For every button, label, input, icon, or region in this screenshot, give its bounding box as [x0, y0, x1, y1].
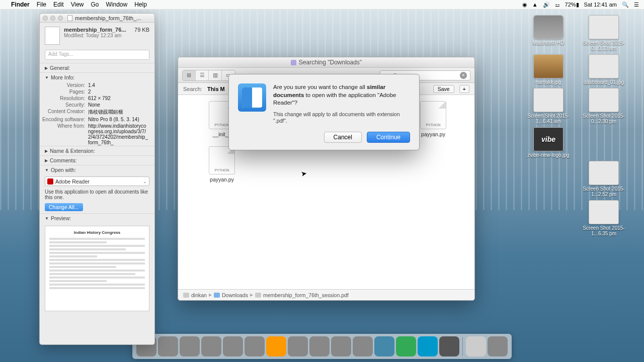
info-modified: Modified: Today 12:23 am — [64, 33, 149, 38]
cancel-button[interactable]: Cancel — [324, 132, 362, 143]
adobe-reader-icon — [47, 178, 53, 185]
desktop-icons: Macintosh HD Screen Shot 2015-0...0.13 a… — [523, 15, 634, 236]
info-titlebar[interactable]: membership_form_76th_... — [40, 14, 154, 23]
dock-launchpad-icon[interactable] — [158, 336, 178, 356]
scope-selected[interactable]: This M — [207, 86, 225, 92]
preview-thumbnail: Indian History Congress — [45, 226, 149, 311]
finder-app-icon — [238, 83, 266, 112]
menu-view[interactable]: View — [71, 1, 84, 8]
dock-app-icon[interactable] — [266, 336, 286, 356]
menu-help[interactable]: Help — [134, 1, 147, 8]
dock-downloads-icon[interactable] — [466, 336, 486, 356]
volume-icon[interactable]: 🔊 — [543, 2, 550, 8]
document-icon — [67, 15, 72, 21]
info-size: 79 KB — [134, 27, 149, 33]
section-general[interactable]: ▶General: — [40, 63, 154, 72]
dialog-message: Are you sure you want to change all simi… — [273, 83, 410, 107]
change-all-button[interactable]: Change All... — [45, 203, 83, 211]
file-item[interactable]: PYTHONpayyan.py — [416, 101, 451, 137]
dock-app-icon[interactable] — [374, 336, 394, 356]
info-pages: 2 — [88, 89, 148, 95]
dock-itunes-icon[interactable] — [288, 336, 308, 356]
wifi-icon[interactable]: ⚍ — [555, 2, 560, 8]
dock-settings-icon[interactable] — [309, 336, 330, 356]
minimize-icon[interactable] — [50, 16, 55, 21]
close-icon[interactable] — [43, 16, 48, 21]
dock-vlc-icon[interactable] — [353, 336, 373, 356]
desktop-icon[interactable]: vibezvibe-new-logo.jpg — [523, 127, 574, 158]
openwith-help: Use this application to open all documen… — [40, 188, 154, 201]
finder-titlebar[interactable]: Searching "Downloads" — [178, 57, 474, 68]
folder-icon — [291, 60, 296, 65]
menu-go[interactable]: Go — [91, 1, 99, 8]
dialog-info: This change will apply to all documents … — [273, 111, 410, 125]
view-mode-segment[interactable]: ⊞ ☰ ▥ ▭ — [182, 70, 235, 81]
mouse-cursor-icon: ➤ — [300, 169, 308, 178]
sync-icon[interactable]: ◉ — [522, 2, 527, 8]
dock-separator — [462, 337, 463, 356]
path-bar: dinkan ▶ Downloads ▶ membership_form_76t… — [178, 289, 474, 300]
home-icon[interactable] — [183, 293, 189, 298]
app-name[interactable]: Finder — [11, 1, 30, 8]
python-file-icon: PYTHON — [209, 146, 235, 174]
get-info-panel: membership_form_76th_... membership_form… — [39, 13, 155, 345]
desktop-icon[interactable]: Screen Shot 2015-1...6.41 am — [523, 88, 574, 124]
menu-file[interactable]: File — [37, 1, 46, 8]
desktop-icon[interactable]: Screen Shot 2015-0...2.30 pm — [579, 88, 629, 124]
desktop-icon[interactable]: Screen Shot 2015-1...2.52 pm — [579, 161, 629, 197]
section-openwith[interactable]: ▼Open with: — [40, 165, 154, 174]
section-nameext[interactable]: ▶Name & Extension: — [40, 146, 154, 155]
file-icon[interactable] — [255, 293, 261, 298]
dock-safari-icon[interactable] — [201, 336, 221, 356]
info-wherefrom: http://www.indianhistorycongress.org.in/… — [88, 123, 148, 145]
section-preview[interactable]: ▼Preview: — [40, 213, 154, 223]
section-comments[interactable]: ▶Comments: — [40, 155, 154, 165]
python-file-icon: PYTHON — [420, 101, 446, 129]
confirm-dialog: Are you sure you want to change all simi… — [228, 74, 420, 150]
info-title: membership_form_76th_... — [75, 15, 141, 21]
info-security: None — [88, 102, 148, 108]
add-criteria-button[interactable]: + — [459, 85, 469, 93]
desktop-icon[interactable]: Macintosh HD — [523, 15, 574, 51]
menu-edit[interactable]: Edit — [53, 1, 64, 8]
dock — [132, 334, 512, 359]
spotlight-icon[interactable]: 🔍 — [622, 2, 629, 8]
file-item[interactable]: PYTHONpayyan.py — [204, 146, 239, 183]
dock-chrome-icon[interactable] — [180, 336, 200, 356]
continue-button[interactable]: Continue — [367, 132, 410, 143]
chevron-updown-icon: ⌄ — [143, 179, 147, 184]
icon-view-icon[interactable]: ⊞ — [183, 70, 196, 80]
info-creator: 㩦椟镖蔇嚪鎔㮜 — [88, 109, 148, 116]
dock-app-icon[interactable] — [418, 336, 438, 356]
column-view-icon[interactable]: ▥ — [209, 70, 222, 80]
dock-calendar-icon[interactable] — [245, 336, 265, 356]
menubar: Finder File Edit View Go Window Help ◉ ▲… — [0, 0, 644, 10]
dock-app-icon[interactable] — [439, 336, 459, 356]
clock[interactable]: Sat 12:41 am — [584, 2, 617, 8]
notification-icon[interactable]: ▲ — [532, 2, 538, 8]
zoom-icon[interactable] — [58, 16, 63, 21]
menu-window[interactable]: Window — [106, 1, 128, 8]
section-moreinfo[interactable]: ▼More Info: — [40, 72, 154, 82]
notification-center-icon[interactable]: ☰ — [634, 2, 639, 8]
info-encoding: Nitro Pro 8 (8. 5. 3. 14) — [88, 117, 148, 122]
tags-input[interactable]: Add Tags... — [45, 50, 149, 60]
clear-search-icon[interactable]: × — [460, 72, 467, 79]
folder-icon[interactable] — [214, 293, 220, 298]
desktop-icon[interactable]: Screen Shot 2015-1...6.35 pm — [579, 200, 629, 236]
desktop-icon[interactable]: namukk.jpg — [523, 54, 574, 85]
dock-appstore-icon[interactable] — [331, 336, 351, 356]
info-filename: membership_form_76... — [64, 27, 126, 33]
info-version: 1.4 — [88, 82, 148, 88]
info-resolution: 612 × 792 — [88, 96, 148, 101]
desktop-icon[interactable]: dashboard_01.jpg — [579, 54, 629, 85]
save-search-button[interactable]: Save — [433, 85, 454, 93]
file-thumb-icon — [45, 27, 60, 45]
dock-app-icon[interactable] — [396, 336, 416, 356]
desktop-icon[interactable]: Screen Shot 2015-0...0.13 am — [579, 15, 629, 51]
openwith-select[interactable]: Adobe Reader ⌄ — [45, 176, 149, 186]
dock-mail-icon[interactable] — [223, 336, 243, 356]
dock-trash-icon[interactable] — [488, 336, 508, 356]
battery-status[interactable]: 72% ▮ — [565, 2, 579, 8]
list-view-icon[interactable]: ☰ — [196, 70, 209, 80]
